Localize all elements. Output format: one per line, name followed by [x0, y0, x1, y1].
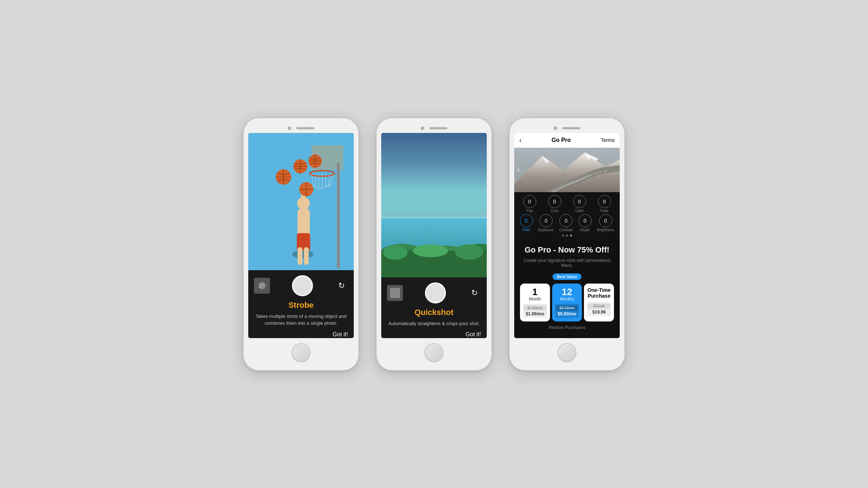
- gopro-hero-image: ‹: [514, 148, 620, 193]
- pricing-1month-new: $1.99/mo: [524, 311, 546, 316]
- phone-bottom-2: [381, 338, 487, 366]
- promo-headline: Go Pro - Now 75% Off!: [520, 245, 614, 255]
- restore-purchases[interactable]: Restore Purchases: [520, 321, 614, 334]
- filter-cool-label: Cool: [551, 209, 558, 213]
- dot-2: [566, 234, 568, 237]
- back-button[interactable]: ‹: [519, 137, 521, 144]
- home-button-2[interactable]: [425, 343, 443, 362]
- filter-depth[interactable]: 0 Depth: [579, 214, 592, 232]
- filter-brightness[interactable]: 0 Brightness: [597, 214, 614, 232]
- filter-exposure[interactable]: 0 Exposure: [538, 214, 554, 232]
- filter-cool-value: 0: [548, 195, 561, 208]
- phone-top-2: [381, 123, 487, 133]
- strobe-desc: Takes multiple shots of a moving object …: [254, 313, 348, 327]
- phone-quickshot: ↻ Quickshot Automatically straightens & …: [376, 118, 492, 371]
- camera-dot-1: [288, 126, 291, 130]
- svg-point-11: [292, 250, 313, 258]
- home-button-1[interactable]: [292, 343, 310, 362]
- shutter-button[interactable]: [292, 275, 313, 296]
- best-value-badge: Best Value: [553, 273, 581, 280]
- filter-calm-label: Calm: [575, 209, 584, 213]
- phone-top-1: [248, 123, 354, 133]
- quickshot-image: [381, 133, 487, 277]
- hero-prev-arrow[interactable]: ‹: [517, 165, 520, 174]
- gopro-header: ‹ Go Pro Terms: [514, 133, 620, 148]
- svg-rect-45: [390, 288, 400, 298]
- pricing-12months[interactable]: 12 Months $3.33/mo $0.83/mo: [552, 284, 582, 321]
- filter-strip: 0 Pop 0 Cool 0 Calm 0 Fa: [514, 192, 620, 239]
- gopro-layout: ‹ Go Pro Terms: [514, 133, 620, 338]
- filter-fade[interactable]: 0 Fade: [598, 195, 611, 213]
- filter-row-top: 0 Pop 0 Cool 0 Calm 0 Fa: [514, 195, 620, 214]
- filter-filter[interactable]: E Filter: [520, 214, 533, 232]
- pricing-row: 1 Month $7.99/mo $1.99/mo 12 Months: [520, 284, 614, 321]
- screen-strobe: ↻ Strobe Takes multiple shots of a movin…: [248, 133, 354, 338]
- phone-strobe: ↻ Strobe Takes multiple shots of a movin…: [243, 118, 359, 371]
- filter-row-bottom: E Filter 0 Exposure 0 Contrast 0: [514, 214, 620, 233]
- filter-calm-value: 0: [573, 195, 586, 208]
- rotate-icon[interactable]: ↻: [335, 279, 348, 292]
- dot-1: [562, 234, 564, 237]
- pricing-onetime-old: $79.99: [588, 303, 610, 309]
- quickshot-layout: ↻ Quickshot Automatically straightens & …: [381, 133, 487, 338]
- phone-bottom-1: [248, 338, 354, 366]
- phone-top-3: [514, 123, 620, 133]
- strobe-title: Strobe: [254, 301, 348, 310]
- filter-pop-value: 0: [523, 195, 536, 208]
- quickshot-desc: Automatically straightens & crops your s…: [387, 320, 481, 327]
- pricing-1month[interactable]: 1 Month $7.99/mo $1.99/mo: [520, 284, 550, 321]
- rotate-icon-2[interactable]: ↻: [468, 286, 481, 299]
- pricing-1month-old: $7.99/mo: [524, 305, 546, 311]
- screen-quickshot: ↻ Quickshot Automatically straightens & …: [381, 133, 487, 338]
- shutter-button-2[interactable]: [425, 282, 446, 303]
- svg-point-41: [383, 245, 408, 259]
- filter-exposure-label: Exposure: [538, 228, 554, 232]
- svg-point-43: [455, 244, 483, 260]
- quickshot-title: Quickshot: [387, 308, 481, 317]
- filter-contrast-label: Contrast: [559, 228, 573, 232]
- quickshot-got-it[interactable]: Got it!: [387, 331, 481, 338]
- filter-fade-value: 0: [598, 195, 611, 208]
- pricing-onetime[interactable]: One-Time Purchase $79.99 $19.99: [584, 284, 614, 321]
- filter-brightness-value: 0: [599, 214, 612, 227]
- filter-pop[interactable]: 0 Pop: [523, 195, 536, 213]
- basketball-scene-svg: [248, 133, 354, 270]
- phone-bottom-3: [514, 338, 620, 366]
- filter-cool[interactable]: 0 Cool: [548, 195, 561, 213]
- strobe-layout: ↻ Strobe Takes multiple shots of a movin…: [248, 133, 354, 338]
- speaker-3: [562, 127, 580, 129]
- strobe-got-it[interactable]: Got it!: [254, 331, 348, 338]
- svg-point-14: [297, 197, 310, 210]
- svg-rect-33: [381, 133, 487, 217]
- filter-contrast-value: 0: [559, 214, 572, 227]
- phone-gopro: ‹ Go Pro Terms: [509, 118, 625, 371]
- svg-rect-16: [297, 247, 302, 265]
- filter-dots: [514, 233, 620, 238]
- svg-rect-10: [337, 163, 340, 268]
- pricing-1month-main: 1: [523, 287, 547, 297]
- pricing-12months-old: $3.33/mo: [556, 305, 579, 311]
- camera-dot-3: [554, 126, 557, 130]
- thumbnail-2[interactable]: [387, 285, 403, 301]
- filter-depth-label: Depth: [580, 228, 590, 232]
- svg-rect-34: [381, 210, 487, 217]
- filter-calm[interactable]: 0 Calm: [573, 195, 586, 213]
- speaker-2: [429, 127, 447, 129]
- pricing-onetime-new: $19.99: [588, 310, 610, 315]
- quickshot-toolbar: ↻: [387, 282, 481, 303]
- gopro-title: Go Pro: [551, 137, 571, 143]
- pricing-12months-main: 12: [555, 287, 579, 297]
- terms-button[interactable]: Terms: [601, 137, 615, 143]
- filter-brightness-label: Brightness: [597, 228, 614, 232]
- home-button-3[interactable]: [558, 343, 576, 362]
- filter-filter-value: E: [520, 214, 533, 227]
- pricing-1month-label: Month: [523, 297, 547, 302]
- filter-pop-label: Pop: [527, 209, 533, 213]
- filter-contrast[interactable]: 0 Contrast: [559, 214, 573, 232]
- thumbnail[interactable]: [254, 278, 270, 294]
- scene: ↻ Strobe Takes multiple shots of a movin…: [229, 103, 639, 385]
- strobe-toolbar: ↻: [254, 275, 348, 296]
- promo-subtext: Create your signature style with persona…: [520, 258, 614, 268]
- filter-depth-value: 0: [579, 214, 592, 227]
- filter-fade-label: Fade: [600, 209, 609, 213]
